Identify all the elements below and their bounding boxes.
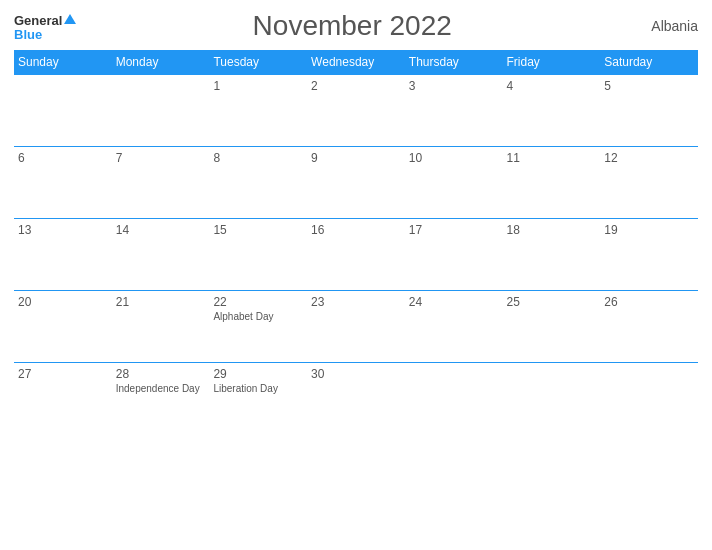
- holiday-label: Independence Day: [116, 383, 206, 394]
- logo: General Blue: [14, 12, 76, 41]
- day-number: 12: [604, 151, 694, 165]
- calendar-cell: 17: [405, 219, 503, 291]
- day-number: 30: [311, 367, 401, 381]
- calendar-cell: 21: [112, 291, 210, 363]
- holiday-label: Liberation Day: [213, 383, 303, 394]
- calendar-cell: 11: [503, 147, 601, 219]
- calendar-cell: 24: [405, 291, 503, 363]
- day-number: 7: [116, 151, 206, 165]
- day-number: 25: [507, 295, 597, 309]
- day-number: 3: [409, 79, 499, 93]
- calendar-cell: 22Alphabet Day: [209, 291, 307, 363]
- day-number: 27: [18, 367, 108, 381]
- calendar-cell: 4: [503, 75, 601, 147]
- calendar-cell: 19: [600, 219, 698, 291]
- calendar-cell: 6: [14, 147, 112, 219]
- calendar-cell: 18: [503, 219, 601, 291]
- day-number: 14: [116, 223, 206, 237]
- calendar-cell: 10: [405, 147, 503, 219]
- holiday-label: Alphabet Day: [213, 311, 303, 322]
- day-number: 1: [213, 79, 303, 93]
- calendar-cell: [112, 75, 210, 147]
- calendar-cell: 13: [14, 219, 112, 291]
- calendar-week-row: 2728Independence Day29Liberation Day30: [14, 363, 698, 435]
- calendar-cell: 20: [14, 291, 112, 363]
- calendar-cell: [14, 75, 112, 147]
- day-number: 5: [604, 79, 694, 93]
- day-number: 21: [116, 295, 206, 309]
- calendar-cell: [503, 363, 601, 435]
- weekday-header: Wednesday: [307, 50, 405, 75]
- calendar-cell: 23: [307, 291, 405, 363]
- weekday-header: Sunday: [14, 50, 112, 75]
- day-number: 11: [507, 151, 597, 165]
- day-number: 15: [213, 223, 303, 237]
- calendar-container: General Blue November 2022 Albania Sunda…: [0, 0, 712, 550]
- calendar-cell: 5: [600, 75, 698, 147]
- day-number: 29: [213, 367, 303, 381]
- calendar-week-row: 6789101112: [14, 147, 698, 219]
- calendar-cell: 16: [307, 219, 405, 291]
- calendar-cell: [600, 363, 698, 435]
- calendar-cell: 25: [503, 291, 601, 363]
- calendar-cell: 15: [209, 219, 307, 291]
- day-number: 28: [116, 367, 206, 381]
- day-number: 26: [604, 295, 694, 309]
- logo-general-label: General: [14, 13, 62, 28]
- calendar-cell: 1: [209, 75, 307, 147]
- calendar-week-row: 13141516171819: [14, 219, 698, 291]
- day-number: 10: [409, 151, 499, 165]
- day-number: 23: [311, 295, 401, 309]
- weekday-header: Tuesday: [209, 50, 307, 75]
- day-number: 13: [18, 223, 108, 237]
- calendar-header: General Blue November 2022 Albania: [14, 10, 698, 42]
- day-number: 4: [507, 79, 597, 93]
- calendar-cell: 28Independence Day: [112, 363, 210, 435]
- weekday-header: Monday: [112, 50, 210, 75]
- calendar-cell: 3: [405, 75, 503, 147]
- calendar-cell: 26: [600, 291, 698, 363]
- country-label: Albania: [628, 18, 698, 34]
- day-number: 8: [213, 151, 303, 165]
- month-title: November 2022: [76, 10, 628, 42]
- calendar-cell: 9: [307, 147, 405, 219]
- day-number: 17: [409, 223, 499, 237]
- calendar-cell: 14: [112, 219, 210, 291]
- day-number: 6: [18, 151, 108, 165]
- day-number: 16: [311, 223, 401, 237]
- weekday-header-row: SundayMondayTuesdayWednesdayThursdayFrid…: [14, 50, 698, 75]
- calendar-table: SundayMondayTuesdayWednesdayThursdayFrid…: [14, 50, 698, 435]
- day-number: 19: [604, 223, 694, 237]
- day-number: 24: [409, 295, 499, 309]
- calendar-cell: 2: [307, 75, 405, 147]
- day-number: 18: [507, 223, 597, 237]
- day-number: 2: [311, 79, 401, 93]
- calendar-cell: 29Liberation Day: [209, 363, 307, 435]
- weekday-header: Thursday: [405, 50, 503, 75]
- calendar-cell: 30: [307, 363, 405, 435]
- logo-general-text: General: [14, 12, 76, 28]
- day-number: 22: [213, 295, 303, 309]
- calendar-cell: [405, 363, 503, 435]
- day-number: 9: [311, 151, 401, 165]
- calendar-cell: 27: [14, 363, 112, 435]
- calendar-cell: 7: [112, 147, 210, 219]
- day-number: 20: [18, 295, 108, 309]
- calendar-week-row: 202122Alphabet Day23242526: [14, 291, 698, 363]
- calendar-week-row: 12345: [14, 75, 698, 147]
- weekday-header: Saturday: [600, 50, 698, 75]
- logo-triangle-icon: [64, 14, 76, 24]
- calendar-cell: 12: [600, 147, 698, 219]
- calendar-cell: 8: [209, 147, 307, 219]
- logo-blue-label: Blue: [14, 28, 76, 41]
- weekday-header: Friday: [503, 50, 601, 75]
